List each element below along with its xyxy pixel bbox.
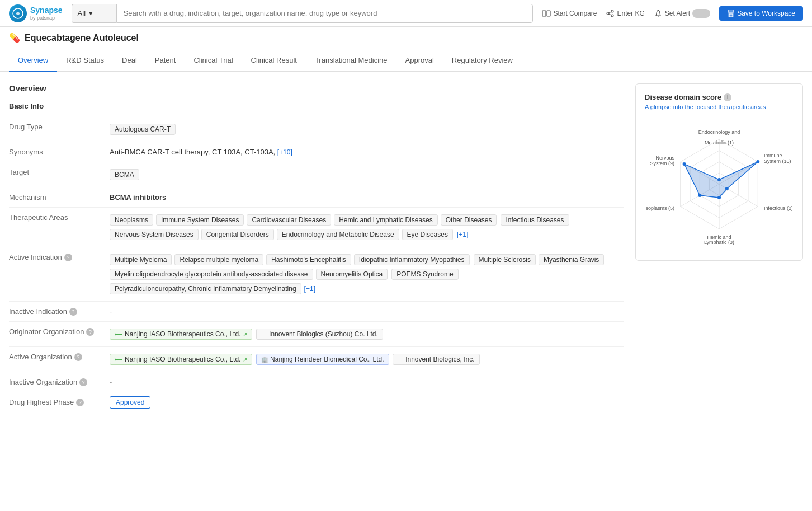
inactive-org-value: -	[110, 378, 624, 386]
svg-text:Endocrinology and: Endocrinology and	[698, 129, 740, 135]
area-cardiovascular: Cardiovascular Diseases	[247, 214, 331, 226]
inactive-org-help-icon[interactable]: ?	[79, 378, 87, 386]
indication-poems: POEMS Syndrome	[391, 269, 458, 280]
radar-chart: Endocrinology and Metabolic (1) Immune S…	[645, 117, 794, 251]
enter-kg-button[interactable]: Enter KG	[606, 9, 644, 18]
logo: Synapse by patsnap	[9, 4, 63, 22]
tab-clinical-trial[interactable]: Clinical Trial	[185, 49, 242, 72]
area-other: Other Diseases	[441, 214, 497, 226]
active-iaso[interactable]: ⟵ Nanjing IASO Biotherapeutics Co., Ltd.…	[110, 354, 252, 365]
org-arrow-icon: ⟵	[115, 331, 122, 337]
svg-marker-21	[684, 162, 758, 198]
active-innovent-inc[interactable]: — Innovent Biologics, Inc.	[393, 354, 479, 365]
svg-text:Neoplasms (5): Neoplasms (5)	[646, 205, 674, 211]
inactive-indication-help-icon[interactable]: ?	[69, 308, 77, 316]
active-indication-more[interactable]: [+1]	[304, 285, 315, 293]
active-org-label: Active Organization ?	[9, 353, 110, 361]
svg-text:Infectious (2): Infectious (2)	[764, 205, 792, 211]
tab-deal[interactable]: Deal	[113, 49, 146, 72]
save-to-workspace-button[interactable]: Save to Workspace	[719, 6, 803, 21]
therapeutic-areas-row: Therapeutic Areas Neoplasms Immune Syste…	[9, 208, 624, 247]
logo-byline: by patsnap	[30, 15, 63, 21]
drug-highest-phase-label: Drug Highest Phase ?	[9, 398, 110, 406]
area-neoplasms: Neoplasms	[110, 214, 153, 226]
active-org-trend-icon: ↗	[243, 357, 247, 363]
inactive-indication-dash: -	[110, 307, 112, 316]
therapeutic-areas-tags: Neoplasms Immune System Diseases Cardiov…	[110, 213, 624, 241]
active-indication-value: Multiple Myeloma Relapse multiple myelom…	[110, 253, 624, 296]
originator-iaso[interactable]: ⟵ Nanjing IASO Biotherapeutics Co., Ltd.…	[110, 329, 252, 340]
originator-org-row: Originator Organization ? ⟵ Nanjing IASO…	[9, 322, 624, 347]
tab-clinical-result[interactable]: Clinical Result	[242, 49, 306, 72]
start-compare-button[interactable]: Start Compare	[542, 9, 597, 18]
active-org-row: Active Organization ? ⟵ Nanjing IASO Bio…	[9, 347, 624, 372]
alert-toggle[interactable]	[692, 9, 710, 18]
active-reindeer[interactable]: 🏢 Nanjing Reindeer Biomedical Co., Ltd.	[256, 354, 389, 365]
svg-rect-2	[547, 11, 550, 16]
inactive-org-dash: -	[110, 378, 112, 386]
svg-text:Immune: Immune	[764, 153, 782, 158]
tab-regulatory-review[interactable]: Regulatory Review	[443, 49, 522, 72]
org-trend-icon: ↗	[243, 331, 247, 337]
therapeutic-areas-label: Therapeutic Areas	[9, 213, 110, 222]
synonyms-value: Anti-BMCA CAR-T cell therapy, CT 103A, C…	[110, 148, 624, 156]
area-hemic: Hemic and Lymphatic Diseases	[334, 214, 438, 226]
active-org-dash-icon: —	[398, 357, 403, 363]
chart-info-icon[interactable]: i	[724, 93, 731, 101]
originator-org-help-icon[interactable]: ?	[86, 328, 94, 336]
indication-relapse: Relapse multiple myeloma	[174, 254, 263, 265]
search-input[interactable]	[116, 4, 534, 23]
content-area: Overview Basic Info Drug Type Autologous…	[0, 72, 812, 424]
originator-org-value: ⟵ Nanjing IASO Biotherapeutics Co., Ltd.…	[110, 327, 624, 341]
active-indication-row: Active Indication ? Multiple Myeloma Rel…	[9, 247, 624, 302]
active-indication-help-icon[interactable]: ?	[64, 254, 72, 261]
originator-innovent[interactable]: — Innovent Biologics (Suzhou) Co. Ltd.	[256, 329, 383, 340]
therapeutic-areas-value: Neoplasms Immune System Diseases Cardiov…	[110, 213, 624, 241]
svg-line-7	[609, 14, 611, 15]
nav-tabs: Overview R&D Status Deal Patent Clinical…	[0, 49, 812, 72]
logo-icon	[9, 4, 27, 22]
drug-highest-phase-value: Approved	[110, 398, 624, 406]
synonyms-more[interactable]: [+10]	[277, 148, 292, 156]
mechanism-row: Mechanism BCMA inhibitors	[9, 187, 624, 208]
svg-point-26	[698, 194, 701, 197]
target-row: Target BCMA	[9, 162, 624, 187]
mechanism-label: Mechanism	[9, 193, 110, 201]
indication-multiple-myeloma: Multiple Myeloma	[110, 254, 172, 265]
svg-line-6	[609, 12, 611, 13]
tab-overview[interactable]: Overview	[9, 49, 57, 72]
drug-type-row: Drug Type Autologous CAR-T	[9, 117, 624, 142]
kg-icon	[606, 9, 615, 18]
logo-text: Synapse by patsnap	[30, 6, 63, 21]
svg-text:Metabolic (1): Metabolic (1)	[705, 140, 734, 146]
area-nervous: Nervous System Diseases	[110, 229, 199, 240]
svg-text:Nervous: Nervous	[655, 155, 674, 161]
tab-translational-medicine[interactable]: Translational Medicine	[306, 49, 396, 72]
svg-text:System (9): System (9)	[650, 161, 674, 166]
search-type-dropdown[interactable]: All ▾	[72, 4, 116, 23]
svg-rect-1	[542, 11, 546, 16]
chevron-down-icon: ▾	[89, 9, 93, 17]
area-endocrinology: Endocrinology and Metabolic Disease	[277, 229, 399, 240]
tab-rd-status[interactable]: R&D Status	[57, 49, 113, 72]
active-org-help-icon[interactable]: ?	[74, 353, 82, 361]
inactive-indication-value: -	[110, 307, 624, 316]
area-congenital: Congenital Disorders	[201, 229, 274, 240]
therapeutic-areas-more[interactable]: [+1]	[457, 231, 468, 238]
svg-point-22	[717, 178, 721, 181]
active-org-value: ⟵ Nanjing IASO Biotherapeutics Co., Ltd.…	[110, 353, 624, 366]
indication-idiopathic: Idiopathic Inflammatory Myopathies	[354, 254, 470, 265]
logo-name: Synapse	[30, 6, 63, 15]
drug-highest-phase-help-icon[interactable]: ?	[76, 399, 84, 406]
indication-myelin: Myelin oligodendrocyte glycoprotein anti…	[110, 269, 313, 280]
tab-patent[interactable]: Patent	[146, 49, 185, 72]
tab-approval[interactable]: Approval	[396, 49, 443, 72]
originator-org-label: Originator Organization ?	[9, 327, 110, 336]
svg-point-25	[717, 196, 721, 199]
active-org-building-icon: 🏢	[261, 357, 268, 363]
compare-icon	[542, 9, 551, 18]
page-title: Overview	[9, 83, 624, 93]
active-indication-tags: Multiple Myeloma Relapse multiple myelom…	[110, 253, 624, 296]
set-alert-button[interactable]: Set Alert	[654, 9, 710, 18]
indication-myasthenia: Myasthenia Gravis	[539, 254, 604, 265]
